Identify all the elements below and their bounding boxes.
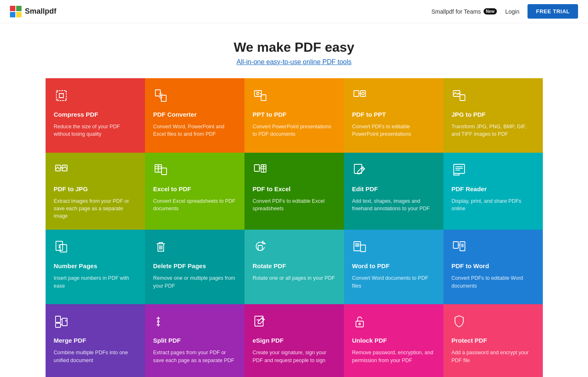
- delete-pdf-pages-icon: [153, 240, 236, 257]
- split-pdf-icon: [153, 314, 236, 331]
- compress-icon: [54, 88, 137, 105]
- tool-desc-excel-to-pdf: Convert Excel spreadsheets to PDF docume…: [153, 197, 236, 212]
- hero-section: We make PDF easy All-in-one easy-to-use …: [0, 23, 588, 78]
- tool-card-jpg-to-pdf[interactable]: JPG to PDF Transform JPG, PNG, BMP, GIF,…: [443, 78, 543, 153]
- tool-card-excel-to-pdf[interactable]: Excel to PDF Convert Excel spreadsheets …: [145, 153, 244, 230]
- svg-rect-46: [56, 323, 60, 327]
- svg-rect-17: [254, 165, 259, 171]
- tool-card-unlock-pdf[interactable]: Unlock PDF Remove password, encryption, …: [344, 304, 443, 377]
- new-badge: New: [484, 8, 497, 14]
- edit-pdf-icon: [352, 163, 435, 180]
- tool-desc-unlock-pdf: Remove password, encryption, and permiss…: [352, 349, 435, 364]
- tool-card-rotate-pdf[interactable]: Rotate PDF Rotate one or all pages in yo…: [244, 230, 344, 304]
- svg-rect-24: [454, 164, 465, 173]
- header-right: Smallpdf for Teams New Login FREE TRIAL: [431, 4, 578, 19]
- excel-to-pdf-icon: [153, 163, 236, 180]
- tools-grid: Compress PDF Reduce the size of your PDF…: [37, 78, 551, 377]
- svg-point-48: [157, 321, 159, 322]
- tool-title-delete-pdf-pages: Delete PDF Pages: [153, 262, 236, 269]
- tool-title-protect-pdf: Protect PDF: [452, 337, 535, 344]
- svg-point-3: [256, 92, 259, 95]
- tool-title-unlock-pdf: Unlock PDF: [352, 337, 435, 344]
- svg-rect-30: [60, 245, 67, 252]
- tool-card-number-pages[interactable]: 1 Number Pages Insert page numbers in PD…: [46, 230, 145, 304]
- tool-title-split-pdf: Split PDF: [153, 337, 236, 344]
- tool-title-pdf-to-ppt: PDF to PPT: [352, 111, 435, 118]
- tool-desc-jpg-to-pdf: Transform JPG, PNG, BMP, GIF, and TIFF i…: [452, 123, 535, 138]
- hero-subtitle-plain: All-in-one easy-to-use: [237, 58, 303, 65]
- header: Smallpdf Smallpdf for Teams New Login FR…: [0, 0, 588, 23]
- pdf-to-excel-icon: [253, 163, 336, 180]
- svg-rect-39: [361, 245, 365, 252]
- svg-rect-6: [361, 91, 365, 96]
- tool-desc-pdf-reader: Display, print, and share PDFs online: [452, 197, 535, 212]
- pdf-to-word-icon: [452, 240, 535, 257]
- protect-pdf-icon: [452, 314, 535, 331]
- unlock-pdf-icon: [352, 314, 435, 331]
- hero-subtitle-link[interactable]: online: [303, 58, 321, 65]
- svg-rect-41: [460, 242, 465, 251]
- svg-rect-45: [56, 316, 60, 322]
- svg-rect-47: [62, 318, 67, 326]
- tool-desc-pdf-to-ppt: Convert PDFs to editable PowerPoint pres…: [352, 123, 435, 138]
- number-pages-icon: 1: [54, 240, 137, 257]
- svg-rect-40: [453, 242, 458, 248]
- tool-title-excel-to-pdf: Excel to PDF: [153, 185, 236, 192]
- tool-title-jpg-to-pdf: JPG to PDF: [452, 111, 535, 118]
- tool-desc-split-pdf: Extract pages from your PDF or save each…: [153, 349, 236, 364]
- tool-card-pdf-converter[interactable]: PDF Converter Convert Word, PowerPoint a…: [145, 78, 244, 153]
- free-trial-button[interactable]: FREE TRIAL: [528, 4, 578, 19]
- tool-card-split-pdf[interactable]: Split PDF Extract pages from your PDF or…: [145, 304, 244, 377]
- word-to-pdf-icon: [352, 240, 435, 257]
- hero-subtitle-end: PDF tools: [321, 58, 352, 65]
- logo-icon: [10, 6, 22, 17]
- tool-desc-pdf-to-excel: Convert PDFs to editable Excel spreadshe…: [253, 197, 336, 212]
- tool-card-pdf-to-jpg[interactable]: PDF to JPG Extract images from your PDF …: [46, 153, 145, 230]
- tool-card-pdf-to-ppt[interactable]: PDF to PPT Convert PDFs to editable Powe…: [344, 78, 443, 153]
- svg-point-7: [362, 92, 364, 95]
- tool-card-esign-pdf[interactable]: eSign PDF Create your signature, sign yo…: [244, 304, 344, 377]
- tool-title-edit-pdf: Edit PDF: [352, 185, 435, 192]
- teams-link[interactable]: Smallpdf for Teams New: [431, 8, 497, 15]
- tool-title-pdf-reader: PDF Reader: [452, 185, 535, 192]
- svg-rect-34: [258, 245, 262, 250]
- logo[interactable]: Smallpdf: [10, 6, 56, 17]
- svg-rect-1: [161, 95, 166, 101]
- tool-card-delete-pdf-pages[interactable]: Delete PDF Pages Remove one or multiple …: [145, 230, 244, 304]
- tool-desc-ppt-to-pdf: Convert PowerPoint presentations to PDF …: [253, 123, 336, 138]
- tool-card-pdf-to-excel[interactable]: PDF to Excel Convert PDFs to editable Ex…: [244, 153, 344, 230]
- tool-title-number-pages: Number Pages: [54, 262, 137, 269]
- tool-card-edit-pdf[interactable]: Edit PDF Add text, shapes, images and fr…: [344, 153, 443, 230]
- hero-title: We make PDF easy: [8, 40, 580, 55]
- tool-title-pdf-to-excel: PDF to Excel: [253, 185, 336, 192]
- tool-card-word-to-pdf[interactable]: Word to PDF Convert Word documents to PD…: [344, 230, 443, 304]
- tool-card-ppt-to-pdf[interactable]: PPT to PDF Convert PowerPoint presentati…: [244, 78, 344, 153]
- login-button[interactable]: Login: [505, 8, 519, 15]
- pdf-to-ppt-icon: [352, 88, 435, 105]
- svg-point-53: [359, 323, 361, 325]
- jpg-to-pdf-icon: [452, 88, 535, 105]
- svg-rect-9: [460, 95, 465, 101]
- tool-desc-edit-pdf: Add text, shapes, images and freehand an…: [352, 197, 435, 212]
- tool-card-protect-pdf[interactable]: Protect PDF Add a password and encrypt y…: [443, 304, 543, 377]
- tool-title-merge-pdf: Merge PDF: [54, 337, 137, 344]
- tool-card-merge-pdf[interactable]: Merge PDF Combine multiple PDFs into one…: [46, 304, 145, 377]
- tool-desc-merge-pdf: Combine multiple PDFs into one unified d…: [54, 349, 137, 364]
- tool-title-pdf-converter: PDF Converter: [153, 111, 236, 118]
- tool-title-rotate-pdf: Rotate PDF: [253, 262, 336, 269]
- svg-rect-52: [356, 321, 363, 327]
- hero-subtitle: All-in-one easy-to-use online PDF tools: [8, 58, 580, 66]
- tool-card-pdf-to-word[interactable]: PDF to Word Convert PDFs to editable Wor…: [443, 230, 543, 304]
- tool-card-pdf-reader[interactable]: PDF Reader Display, print, and share PDF…: [443, 153, 543, 230]
- tool-desc-word-to-pdf: Convert Word documents to PDF files: [352, 274, 435, 289]
- ppt-to-pdf-icon: [253, 88, 336, 105]
- tool-desc-delete-pdf-pages: Remove one or multiple pages from your P…: [153, 274, 236, 289]
- tool-title-pdf-to-jpg: PDF to JPG: [54, 185, 137, 192]
- rotate-pdf-icon: [253, 240, 336, 257]
- pdf-reader-icon: [452, 163, 535, 180]
- tool-desc-number-pages: Insert page numbers in PDF with ease: [54, 274, 137, 289]
- tool-card-compress-pdf[interactable]: Compress PDF Reduce the size of your PDF…: [46, 78, 145, 153]
- svg-rect-16: [162, 168, 167, 175]
- tool-title-word-to-pdf: Word to PDF: [352, 262, 435, 269]
- tool-title-esign-pdf: eSign PDF: [253, 337, 336, 344]
